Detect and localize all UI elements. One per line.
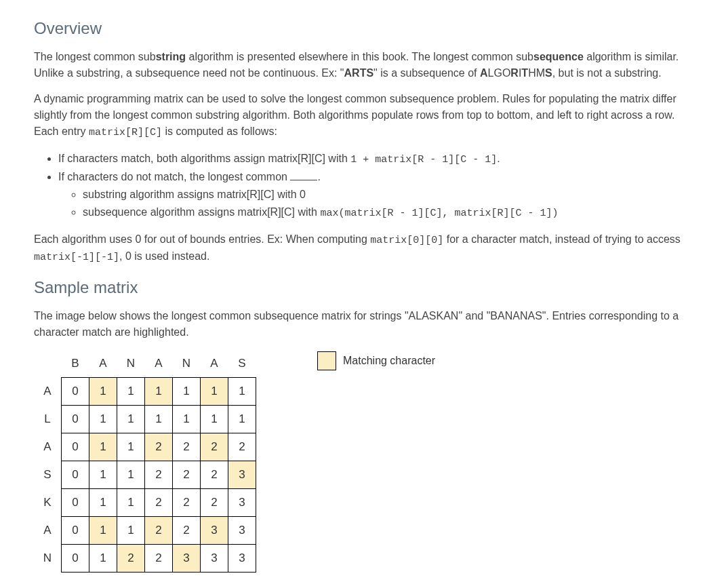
row-header: A: [34, 433, 62, 461]
matrix-cell: 3: [201, 544, 228, 572]
code-max: max(matrix[R - 1][C], matrix[R][C - 1]): [320, 208, 558, 219]
matrix-cell: 0: [62, 544, 89, 572]
matrix-cell: 2: [145, 544, 173, 572]
matrix-cell: 1: [89, 433, 117, 461]
text: HM: [528, 67, 545, 79]
heading-overview: Overview: [34, 16, 694, 41]
legend: Matching character: [317, 351, 435, 370]
matrix-cell: 0: [62, 433, 89, 461]
paragraph-dp: A dynamic programming matrix can be used…: [34, 91, 694, 141]
matrix-cell: 2: [201, 433, 228, 461]
code-match: 1 + matrix[R - 1][C - 1]: [350, 154, 497, 166]
code-m00: matrix[0][0]: [370, 235, 443, 246]
text: " is a subsequence of: [373, 67, 480, 79]
matrix-cell: 0: [62, 488, 89, 516]
matrix-cell: 1: [173, 377, 201, 405]
matrix-cell: 1: [89, 405, 117, 433]
matrix-container: BANANASA0111111L0111111A0112222S0112223K…: [34, 350, 694, 573]
row-header: K: [34, 488, 62, 516]
matrix-cell: 2: [173, 433, 201, 461]
matrix-cell: 1: [228, 405, 256, 433]
legend-swatch: [317, 351, 336, 370]
matrix-cell: 0: [62, 405, 89, 433]
matrix-cell: 3: [228, 544, 256, 572]
paragraph-bounds: Each algorithm uses 0 for out of bounds …: [34, 231, 694, 266]
row-header: S: [34, 461, 62, 488]
bold-string: string: [156, 51, 186, 62]
matrix-cell: 2: [145, 461, 173, 488]
col-header: B: [62, 350, 89, 378]
col-header: N: [173, 350, 201, 378]
bold-s: S: [545, 67, 552, 79]
matrix-cell: 1: [89, 461, 117, 488]
matrix-cell: 1: [89, 544, 117, 572]
text: LGO: [488, 67, 511, 79]
rules-list: If characters match, both algorithms ass…: [34, 151, 694, 222]
text: subsequence algorithm assigns matrix[R][…: [83, 206, 320, 218]
matrix-cell: 3: [228, 488, 256, 516]
code-mneg: matrix[-1][-1]: [34, 252, 119, 263]
matrix-cell: 2: [145, 488, 173, 516]
matrix-cell: 0: [62, 516, 89, 544]
matrix-cell: 0: [62, 461, 89, 488]
text: If characters do not match, the longest …: [58, 171, 290, 182]
text: .: [497, 153, 500, 164]
text: , but is not a substring.: [552, 67, 662, 79]
col-header: N: [117, 350, 145, 378]
matrix-cell: 2: [201, 461, 228, 488]
matrix-cell: 2: [228, 433, 256, 461]
matrix-cell: 2: [201, 488, 228, 516]
bold-r: R: [510, 67, 519, 79]
row-header: N: [34, 544, 62, 572]
matrix-cell: 1: [117, 488, 145, 516]
text: is computed as follows:: [162, 125, 277, 137]
matrix-cell: 2: [173, 488, 201, 516]
code-matrix-rc: matrix[R][C]: [89, 127, 162, 138]
matrix-cell: 1: [145, 377, 173, 405]
bold-a: A: [480, 67, 488, 79]
matrix-cell: 1: [173, 405, 201, 433]
fill-blank[interactable]: [290, 180, 317, 180]
rule-nomatch: If characters do not match, the longest …: [58, 169, 694, 222]
row-header: A: [34, 516, 62, 544]
matrix-cell: 1: [201, 405, 228, 433]
matrix-cell: 1: [117, 433, 145, 461]
matrix-cell: 1: [145, 405, 173, 433]
matrix-cell: 0: [62, 377, 89, 405]
text: for a character match, instead of trying…: [443, 233, 681, 245]
row-header: A: [34, 377, 62, 405]
text: algorithm is presented elsewhere in this…: [186, 51, 533, 62]
subrule-subsequence: subsequence algorithm assigns matrix[R][…: [83, 204, 694, 222]
col-header: A: [201, 350, 228, 378]
matrix-cell: 1: [117, 461, 145, 488]
matrix-cell: 3: [228, 461, 256, 488]
col-header: S: [228, 350, 256, 378]
matrix-cell: 1: [117, 377, 145, 405]
col-header: A: [89, 350, 117, 378]
text: Each algorithm uses 0 for out of bounds …: [34, 233, 370, 245]
text: If characters match, both algorithms ass…: [58, 153, 350, 164]
paragraph-sample-intro: The image below shows the longest common…: [34, 308, 694, 341]
legend-label: Matching character: [343, 353, 435, 369]
matrix-cell: 1: [89, 488, 117, 516]
bold-sequence: sequence: [533, 51, 584, 62]
heading-sample: Sample matrix: [34, 275, 694, 300]
paragraph-intro: The longest common substring algorithm i…: [34, 49, 694, 81]
subrules-list: substring algorithm assigns matrix[R][C]…: [58, 187, 694, 222]
subrule-substring: substring algorithm assigns matrix[R][C]…: [83, 187, 694, 203]
matrix-cell: 3: [201, 516, 228, 544]
text: The longest common sub: [34, 51, 156, 62]
matrix-cell: 3: [173, 544, 201, 572]
matrix-cell: 2: [145, 433, 173, 461]
lcs-matrix: BANANASA0111111L0111111A0112222S0112223K…: [34, 350, 256, 573]
bold-t: T: [521, 67, 528, 79]
matrix-cell: 1: [228, 377, 256, 405]
matrix-cell: 3: [228, 516, 256, 544]
matrix-cell: 2: [117, 544, 145, 572]
matrix-cell: 1: [201, 377, 228, 405]
matrix-cell: 1: [117, 516, 145, 544]
row-header: L: [34, 405, 62, 433]
matrix-cell: 2: [145, 516, 173, 544]
matrix-cell: 2: [173, 461, 201, 488]
col-header: A: [145, 350, 173, 378]
